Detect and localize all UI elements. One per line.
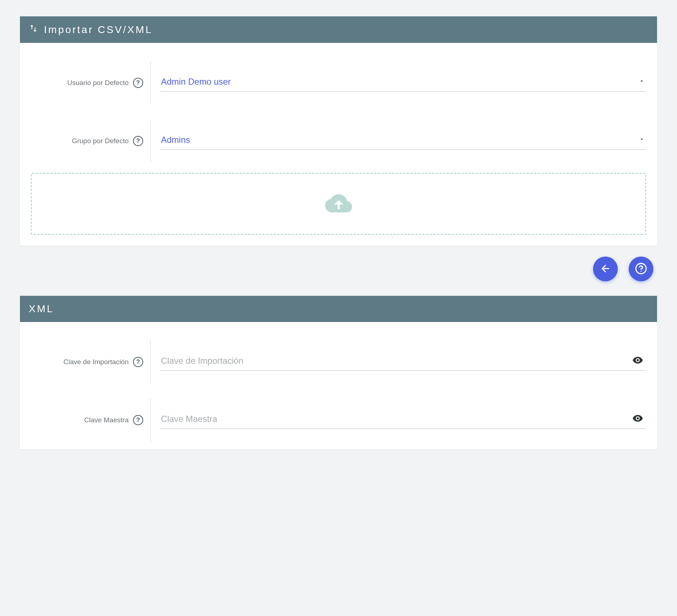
help-icon[interactable]: ? xyxy=(133,357,143,367)
field-master-key xyxy=(160,411,646,429)
label-master-key: Clave Maestra xyxy=(84,416,129,424)
xml-card-header: XML xyxy=(20,296,657,322)
label-import-key: Clave de Importación xyxy=(63,358,129,366)
import-card-header: Importar CSV/XML xyxy=(20,16,657,43)
xml-card-title: XML xyxy=(29,303,54,315)
file-dropzone[interactable] xyxy=(31,173,646,235)
eye-icon xyxy=(632,355,643,367)
select-default-user[interactable]: Admin Demo user xyxy=(160,74,646,92)
arrow-left-icon xyxy=(600,263,611,275)
label-default-user: Usuario por Defecto xyxy=(67,79,129,87)
fab-row xyxy=(20,257,653,281)
toggle-visibility-button[interactable] xyxy=(631,353,645,368)
help-icon[interactable]: ? xyxy=(133,415,143,425)
toggle-visibility-button[interactable] xyxy=(631,411,645,426)
row-default-user: Usuario por Defecto ? Admin Demo user xyxy=(20,54,657,112)
import-card: Importar CSV/XML Usuario por Defecto ? A… xyxy=(20,16,657,246)
import-card-body: Usuario por Defecto ? Admin Demo user Gr… xyxy=(20,43,657,246)
cloud-upload-icon xyxy=(322,190,355,218)
help-icon[interactable]: ? xyxy=(133,136,143,146)
row-import-key: Clave de Importación ? xyxy=(20,333,657,391)
select-default-user-value: Admin Demo user xyxy=(161,77,634,87)
question-circle-icon xyxy=(635,262,647,276)
import-card-title: Importar CSV/XML xyxy=(44,24,153,36)
row-default-group: Grupo por Defecto ? Admins xyxy=(20,112,657,170)
input-master-key[interactable] xyxy=(161,414,626,424)
label-default-group: Grupo por Defecto xyxy=(72,137,129,145)
select-default-group[interactable]: Admins xyxy=(160,132,646,150)
caret-down-icon xyxy=(639,136,645,144)
select-default-group-value: Admins xyxy=(161,135,634,145)
caret-down-icon xyxy=(639,78,645,85)
row-master-key: Clave Maestra ? xyxy=(20,391,657,449)
input-import-key[interactable] xyxy=(161,356,626,366)
xml-card-body: Clave de Importación ? Clave Maestra ? xyxy=(20,322,657,449)
back-button[interactable] xyxy=(593,257,618,281)
help-button[interactable] xyxy=(629,257,653,281)
xml-card: XML Clave de Importación ? xyxy=(20,296,657,449)
eye-icon xyxy=(632,413,643,425)
swap-vertical-icon xyxy=(29,24,38,36)
field-import-key xyxy=(160,353,646,371)
help-icon[interactable]: ? xyxy=(133,78,143,88)
